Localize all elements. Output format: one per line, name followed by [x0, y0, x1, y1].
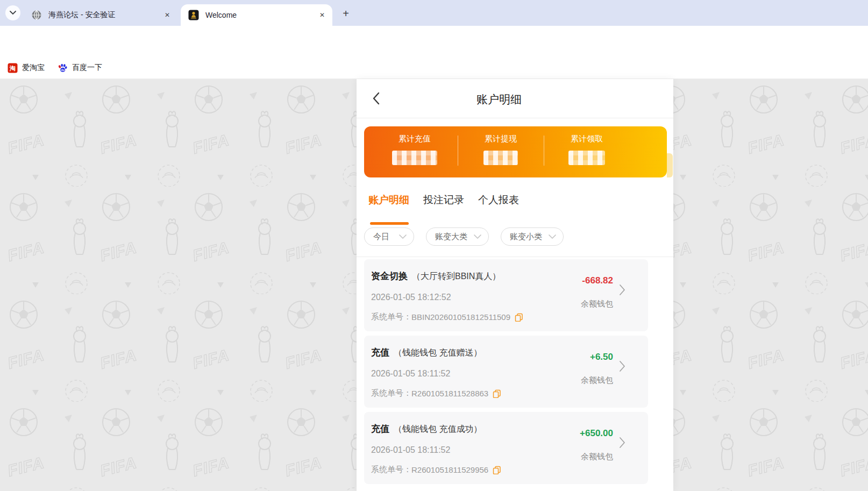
bookmark-baidu[interactable]: du 百度一下	[58, 56, 102, 79]
transaction-subtitle: （钱能钱包 充值成功）	[394, 424, 482, 433]
tab-close-icon[interactable]: ✕	[317, 10, 327, 20]
tab-bet-records[interactable]: 投注记录	[423, 193, 464, 207]
summary-stat: 累计充值	[372, 126, 458, 177]
list-divider	[357, 257, 673, 257]
transaction-card[interactable]: 资金切换（大厅转到BBIN真人） 2026-01-05 18:12:52 系统单…	[364, 259, 648, 331]
stat-label: 累计充值	[372, 134, 458, 144]
transaction-datetime: 2026-01-05 18:11:52	[371, 445, 450, 455]
order-number: R2601051811528863	[411, 389, 488, 398]
transaction-type: 充值	[371, 347, 389, 358]
bookmark-label: 爱淘宝	[22, 63, 45, 73]
gold-crest-icon	[188, 10, 199, 20]
transaction-card[interactable]: 充值（钱能钱包 充值成功） 2026-01-05 18:11:52 系统单号：R…	[364, 412, 648, 484]
tab-personal-report[interactable]: 个人报表	[478, 193, 519, 207]
browser-tab-active[interactable]: Welcome ✕	[181, 4, 332, 26]
filter-row: 今日 账变大类 账变小类	[364, 227, 564, 246]
order-label: 系统单号：	[371, 312, 411, 322]
filter-date-dropdown[interactable]: 今日	[364, 227, 414, 246]
browser-tab-strip: 海燕论坛 - 安全验证 ✕ Welcome ✕ +	[0, 0, 868, 26]
summary-stat: 累计提现	[458, 126, 544, 177]
account-detail-panel: 账户明细 累计充值 累计提现 累计领取 账户明细 投注记录 个人报表 今日 账变…	[357, 79, 673, 491]
copy-icon[interactable]	[515, 313, 523, 322]
taobao-icon: 淘	[8, 63, 18, 73]
wallet-label: 余额钱包	[581, 375, 613, 386]
copy-icon[interactable]	[493, 466, 501, 474]
tab-title: 海燕论坛 - 安全验证	[48, 10, 162, 20]
svg-text:淘: 淘	[9, 65, 16, 71]
chevron-down-icon	[474, 234, 481, 239]
wallet-label: 余额钱包	[581, 299, 613, 309]
transaction-type: 充值	[371, 424, 389, 434]
summary-stat: 累计领取	[544, 126, 630, 177]
globe-icon	[31, 10, 42, 20]
bookmarks-bar: 淘 爱淘宝 du 百度一下	[0, 56, 868, 79]
transaction-datetime: 2026-01-05 18:11:52	[371, 369, 450, 379]
summary-divider	[458, 136, 458, 166]
transaction-subtitle: （钱能钱包 充值赠送）	[394, 348, 482, 357]
svg-text:du: du	[61, 68, 65, 72]
section-tabs: 账户明细 投注记录 个人报表	[368, 193, 519, 207]
chevron-down-icon	[549, 234, 556, 239]
browser-toolbar: ld48.com/reports/index?tab=0	[0, 26, 868, 56]
copy-icon[interactable]	[493, 389, 501, 398]
baidu-icon: du	[58, 63, 68, 73]
tab-search-button[interactable]	[5, 5, 20, 20]
filter-major-type-dropdown[interactable]: 账变大类	[426, 227, 489, 246]
chevron-right-icon	[619, 284, 625, 296]
order-number: R2601051811529956	[411, 465, 488, 474]
bookmark-label: 百度一下	[72, 63, 102, 73]
censored-value	[392, 151, 437, 165]
transaction-amount: +650.00	[580, 428, 613, 439]
censored-value	[568, 151, 605, 165]
stat-label: 累计领取	[544, 134, 630, 144]
chevron-right-icon	[619, 360, 625, 372]
chevron-down-icon	[10, 11, 16, 15]
filter-minor-type-dropdown[interactable]: 账变小类	[501, 227, 564, 246]
new-tab-button[interactable]: +	[339, 6, 353, 20]
transaction-subtitle: （大厅转到BBIN真人）	[412, 272, 501, 281]
order-number: BBIN202601051812511509	[411, 312, 510, 322]
filter-label: 账变小类	[510, 232, 542, 242]
summary-divider	[544, 136, 544, 166]
wallet-label: 余额钱包	[581, 452, 613, 462]
tab-account-detail[interactable]: 账户明细	[368, 193, 409, 207]
chevron-down-icon	[399, 234, 407, 239]
tab-title: Welcome	[205, 11, 317, 19]
browser-tab-inactive[interactable]: 海燕论坛 - 安全验证 ✕	[24, 4, 177, 26]
filter-label: 今日	[373, 232, 389, 242]
transaction-type: 资金切换	[371, 271, 408, 281]
transaction-amount: -668.82	[582, 275, 613, 286]
tab-close-icon[interactable]: ✕	[162, 10, 172, 20]
next-card-peek	[667, 153, 673, 177]
censored-value	[483, 151, 518, 165]
order-label: 系统单号：	[371, 388, 411, 399]
transaction-datetime: 2026-01-05 18:12:52	[371, 293, 451, 302]
filter-label: 账变大类	[435, 232, 467, 242]
page-title: 账户明细	[357, 92, 642, 107]
transaction-card[interactable]: 充值（钱能钱包 充值赠送） 2026-01-05 18:11:52 系统单号：R…	[364, 336, 648, 408]
active-tab-underline	[370, 222, 409, 225]
bookmark-taobao[interactable]: 淘 爱淘宝	[8, 56, 45, 79]
summary-totals-card: 累计充值 累计提现 累计领取	[364, 126, 667, 177]
chevron-right-icon	[619, 437, 625, 449]
transaction-amount: +6.50	[590, 352, 613, 362]
app-header: 账户明细	[357, 79, 673, 118]
order-label: 系统单号：	[371, 465, 411, 475]
stat-label: 累计提现	[458, 134, 544, 144]
